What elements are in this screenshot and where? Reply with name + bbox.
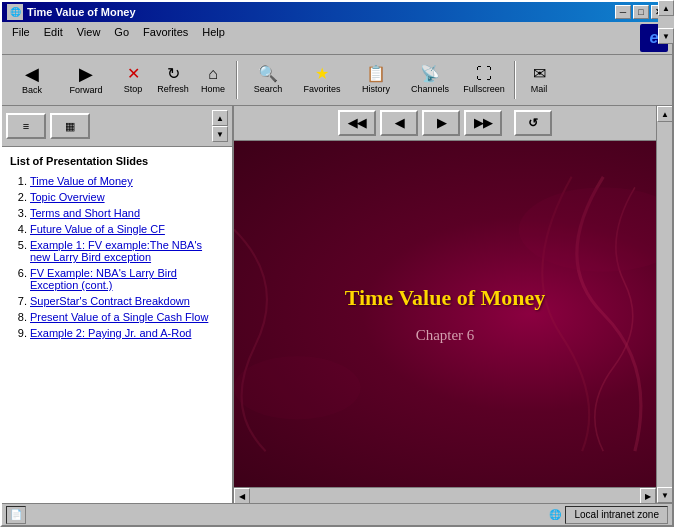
browser-window: 🌐 Time Value of Money ─ □ ✕ File Edit Vi… [0, 0, 674, 527]
forward-button[interactable]: ▶ Forward [60, 58, 112, 102]
slide-nav: ◀◀ ◀ ▶ ▶▶ ↺ ▲ ▼ [234, 106, 656, 141]
stop-button[interactable]: ✕ Stop [114, 58, 152, 102]
status-page-icon: 📄 [6, 506, 26, 524]
list-item: Topic Overview [30, 191, 224, 203]
stop-icon: ✕ [127, 66, 140, 82]
svg-point-0 [519, 187, 656, 271]
scroll-down-arrow[interactable]: ▼ [212, 126, 228, 142]
menu-edit[interactable]: Edit [38, 24, 69, 52]
outline-view-button[interactable]: ≡ [6, 113, 46, 139]
left-panel: ≡ ▦ ▲ ▼ List of Presentation Slides Time… [2, 106, 234, 503]
last-slide-button[interactable]: ▶▶ [464, 110, 502, 136]
home-button[interactable]: ⌂ Home [194, 58, 232, 102]
fullscreen-button[interactable]: ⛶ Fullscreen [458, 58, 510, 102]
app-icon: 🌐 [7, 4, 23, 20]
status-right: 🌐 Local intranet zone [549, 506, 668, 524]
slide-list: Time Value of MoneyTopic OverviewTerms a… [10, 175, 224, 339]
scroll-up-arrow[interactable]: ▲ [212, 110, 228, 126]
back-label: Back [22, 85, 42, 95]
slide-main-title: Time Value of Money [345, 285, 546, 311]
slide-link[interactable]: Topic Overview [30, 191, 105, 203]
toolbar-separator-1 [236, 61, 238, 99]
list-item: Future Value of a Single CF [30, 223, 224, 235]
next-icon: ▶ [437, 116, 446, 130]
horizontal-scrollbar: ◀ ▶ [234, 487, 656, 503]
content-area: ≡ ▦ ▲ ▼ List of Presentation Slides Time… [2, 106, 672, 503]
loop-icon: ↺ [528, 116, 538, 130]
list-item: SuperStar's Contract Breakdown [30, 295, 224, 307]
favorites-icon: ★ [315, 66, 329, 82]
status-bar: 📄 🌐 Local intranet zone [2, 503, 672, 525]
scroll-right-arrow[interactable]: ▶ [640, 488, 656, 503]
mail-button[interactable]: ✉ Mail [520, 58, 558, 102]
maximize-button[interactable]: □ [633, 5, 649, 19]
slide-link[interactable]: SuperStar's Contract Breakdown [30, 295, 190, 307]
scroll-left-arrow[interactable]: ◀ [234, 488, 250, 503]
zone-label: Local intranet zone [565, 506, 668, 524]
menu-help[interactable]: Help [196, 24, 231, 52]
menu-favorites[interactable]: Favorites [137, 24, 194, 52]
slide-link[interactable]: FV Example: NBA's Larry Bird Exception (… [30, 267, 177, 291]
toolbar-separator-2 [514, 61, 516, 99]
slide-link[interactable]: Present Value of a Single Cash Flow [30, 311, 208, 323]
slide-list-title: List of Presentation Slides [10, 155, 224, 167]
thumbnail-view-button[interactable]: ▦ [50, 113, 90, 139]
menu-bar: File Edit View Go Favorites Help e [2, 22, 672, 55]
prev-slide-button[interactable]: ◀ [380, 110, 418, 136]
title-bar-left: 🌐 Time Value of Money [7, 4, 136, 20]
slide-link[interactable]: Example 2: Paying Jr. and A-Rod [30, 327, 191, 339]
list-item: FV Example: NBA's Larry Bird Exception (… [30, 267, 224, 291]
loop-button[interactable]: ↺ [514, 110, 552, 136]
refresh-label: Refresh [157, 84, 189, 94]
title-bar: 🌐 Time Value of Money ─ □ ✕ [2, 2, 672, 22]
first-slide-button[interactable]: ◀◀ [338, 110, 376, 136]
search-button[interactable]: 🔍 Search [242, 58, 294, 102]
list-item: Present Value of a Single Cash Flow [30, 311, 224, 323]
favorites-label: Favorites [303, 84, 340, 94]
history-button[interactable]: 📋 History [350, 58, 402, 102]
h-scroll-track [250, 488, 640, 503]
list-item: Example 2: Paying Jr. and A-Rod [30, 327, 224, 339]
slide-list-container: List of Presentation Slides Time Value o… [2, 147, 232, 503]
first-icon: ◀◀ [348, 116, 366, 130]
outline-icon: ≡ [23, 120, 29, 132]
right-scroll-up[interactable]: ▲ [657, 106, 672, 122]
channels-icon: 📡 [420, 66, 440, 82]
slide-display: Time Value of Money Chapter 6 [234, 141, 656, 487]
slide-chapter: Chapter 6 [345, 327, 546, 344]
slide-link[interactable]: Terms and Short Hand [30, 207, 140, 219]
list-item: Terms and Short Hand [30, 207, 224, 219]
right-scroll-track [657, 122, 672, 487]
next-slide-button[interactable]: ▶ [422, 110, 460, 136]
history-label: History [362, 84, 390, 94]
menu-go[interactable]: Go [108, 24, 135, 52]
forward-label: Forward [69, 85, 102, 95]
right-scroll-down[interactable]: ▼ [657, 487, 672, 503]
slide-link[interactable]: Example 1: FV example:The NBA's new Larr… [30, 239, 202, 263]
home-label: Home [201, 84, 225, 94]
prev-icon: ◀ [395, 116, 404, 130]
last-icon: ▶▶ [474, 116, 492, 130]
search-icon: 🔍 [258, 66, 278, 82]
search-label: Search [254, 84, 283, 94]
svg-point-1 [234, 356, 361, 419]
mail-icon: ✉ [533, 66, 546, 82]
minimize-button[interactable]: ─ [615, 5, 631, 19]
slide-link[interactable]: Time Value of Money [30, 175, 133, 187]
slide-controls-top: ≡ ▦ ▲ ▼ [2, 106, 232, 147]
favorites-button[interactable]: ★ Favorites [296, 58, 348, 102]
menu-file[interactable]: File [6, 24, 36, 52]
channels-label: Channels [411, 84, 449, 94]
back-icon: ◀ [25, 65, 39, 83]
refresh-button[interactable]: ↻ Refresh [154, 58, 192, 102]
list-item: Example 1: FV example:The NBA's new Larr… [30, 239, 224, 263]
thumbnail-icon: ▦ [65, 120, 75, 133]
mail-label: Mail [531, 84, 548, 94]
back-button[interactable]: ◀ Back [6, 58, 58, 102]
menu-view[interactable]: View [71, 24, 107, 52]
channels-button[interactable]: 📡 Channels [404, 58, 456, 102]
slide-link[interactable]: Future Value of a Single CF [30, 223, 165, 235]
right-scrollbar: ▲ ▼ [656, 106, 672, 503]
history-icon: 📋 [366, 66, 386, 82]
home-icon: ⌂ [208, 66, 218, 82]
